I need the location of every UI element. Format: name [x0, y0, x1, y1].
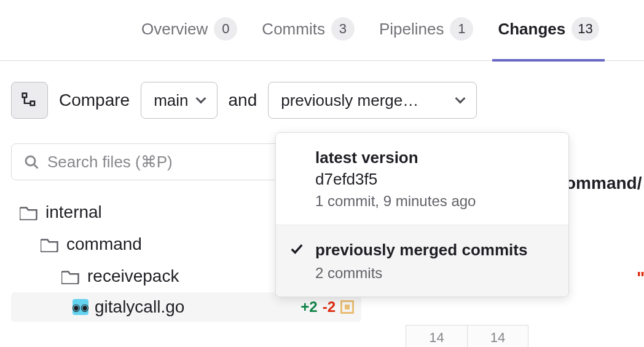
diff-modified-icon: [340, 300, 354, 314]
file-path-crumb: ommand/: [565, 165, 642, 202]
svg-line-3: [34, 165, 38, 169]
file-name: gitalycall.go: [95, 297, 184, 317]
file-tree-toggle-button[interactable]: [11, 82, 48, 119]
folder-name: command: [66, 234, 142, 254]
tab-label: Pipelines: [379, 20, 444, 39]
compare-label: Compare: [59, 90, 130, 110]
tab-pipelines[interactable]: Pipelines 1: [379, 17, 474, 43]
additions: +2: [300, 298, 317, 316]
check-column: [288, 148, 305, 150]
search-icon: [24, 154, 39, 169]
check-icon: [290, 242, 304, 256]
folder-name: internal: [45, 202, 102, 222]
base-branch-dropdown[interactable]: main: [141, 82, 217, 119]
diff-line-numbers: 14 14: [406, 325, 528, 347]
target-version-value: previously merge…: [281, 91, 418, 110]
chevron-down-icon: [455, 94, 466, 104]
tab-changes[interactable]: Changes 13: [498, 17, 599, 43]
go-file-icon: ◉◉: [73, 299, 88, 315]
target-version-dropdown[interactable]: previously merge…: [268, 82, 477, 119]
option-meta: 2 commits: [315, 265, 527, 282]
tab-label: Commits: [262, 20, 325, 39]
version-dropdown-panel: latest version d7efd3f5 1 commit, 9 minu…: [275, 132, 569, 297]
tab-count-badge: 13: [571, 17, 599, 41]
tab-commits[interactable]: Commits 3: [262, 17, 355, 43]
base-branch-value: main: [154, 91, 188, 110]
tab-count-badge: 1: [450, 17, 473, 41]
check-column: [288, 240, 305, 256]
svg-point-2: [26, 156, 35, 166]
tab-count-badge: 3: [331, 17, 355, 41]
option-title: latest version: [315, 148, 476, 169]
tabs-bar: Overview 0 Commits 3 Pipelines 1 Changes…: [0, 0, 644, 61]
version-option-previous[interactable]: previously merged commits 2 commits: [276, 225, 568, 297]
and-label: and: [229, 90, 257, 110]
tab-overview[interactable]: Overview 0: [141, 17, 237, 43]
folder-icon: [20, 204, 38, 220]
tab-count-badge: 0: [214, 17, 237, 41]
option-meta: 1 commit, 9 minutes ago: [315, 193, 476, 210]
option-hash: d7efd3f5: [315, 170, 476, 189]
line-number-new: 14: [467, 325, 528, 347]
svg-rect-0: [23, 94, 27, 98]
compare-bar: Compare main and previously merge…: [0, 61, 644, 119]
file-diff-stats: +2 -2: [300, 298, 354, 316]
option-title: previously merged commits: [315, 240, 527, 261]
file-tree-icon: [22, 92, 37, 108]
search-placeholder: Search files (⌘P): [47, 153, 173, 172]
svg-rect-1: [31, 102, 35, 106]
tab-label: Overview: [141, 20, 208, 39]
deletions: -2: [323, 298, 336, 316]
tab-label: Changes: [498, 20, 565, 39]
folder-name: receivepack: [87, 266, 179, 286]
folder-icon: [41, 236, 59, 252]
folder-icon: [61, 268, 80, 284]
chevron-down-icon: [195, 94, 206, 104]
line-number-old: 14: [406, 325, 467, 347]
crumb-part: ommand/: [565, 174, 642, 193]
diff-deleted-char: ": [637, 268, 644, 288]
version-option-latest[interactable]: latest version d7efd3f5 1 commit, 9 minu…: [276, 133, 568, 225]
